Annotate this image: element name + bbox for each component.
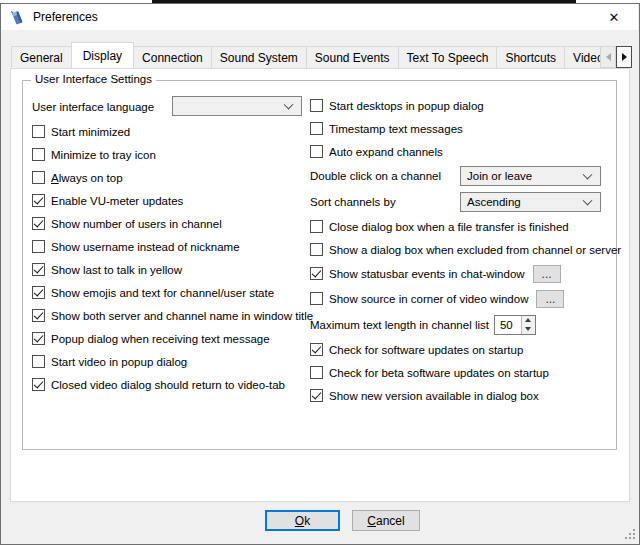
checkbox-closed-video[interactable]	[32, 378, 45, 391]
titlebar[interactable]: Preferences ✕	[1, 4, 638, 30]
row-video-source-corner: Show source in corner of video window ..…	[310, 286, 632, 311]
double-click-value: Join or leave	[467, 170, 532, 182]
video-source-more-button[interactable]: ...	[536, 290, 564, 308]
label-always-on-top[interactable]: Always on top	[51, 172, 123, 184]
row-auto-expand: Auto expand channels	[310, 140, 632, 163]
checkbox-last-to-talk[interactable]	[32, 263, 45, 276]
left-column: User interface language Start minimized …	[32, 94, 308, 396]
checkbox-video-popup[interactable]	[32, 355, 45, 368]
resize-grip[interactable]	[625, 529, 636, 540]
label-emojis[interactable]: Show emojis and text for channel/user st…	[51, 287, 274, 299]
tab-text-to-speech[interactable]: Text To Speech	[398, 46, 498, 68]
max-text-length-label: Maximum text length in channel list	[310, 319, 489, 331]
label-auto-expand[interactable]: Auto expand channels	[329, 146, 443, 158]
close-icon[interactable]: ✕	[592, 4, 636, 30]
chevron-down-icon	[583, 170, 593, 180]
ok-button[interactable]: Ok	[265, 510, 340, 531]
tab-shortcuts[interactable]: Shortcuts	[496, 46, 565, 68]
chevron-down-icon	[583, 196, 593, 206]
checkbox-vu-meter[interactable]	[32, 194, 45, 207]
row-max-text-length: Maximum text length in channel list 50	[310, 311, 632, 338]
checkbox-emojis[interactable]	[32, 286, 45, 299]
label-start-minimized[interactable]: Start minimized	[51, 126, 130, 138]
checkbox-video-source-corner[interactable]	[310, 292, 323, 305]
row-closed-video: Closed video dialog should return to vid…	[32, 373, 308, 396]
checkbox-check-updates[interactable]	[310, 343, 323, 356]
label-new-version-dialog[interactable]: Show new version available in dialog box	[329, 390, 539, 402]
tab-scroll-buttons	[600, 46, 632, 68]
label-video-source-corner[interactable]: Show source in corner of video window	[329, 293, 528, 305]
row-always-on-top: Always on top	[32, 166, 308, 189]
row-close-file-transfer: Close dialog box when a file transfer is…	[310, 215, 632, 238]
row-popup-text-message: Popup dialog when receiving text message	[32, 327, 308, 350]
checkbox-show-user-count[interactable]	[32, 217, 45, 230]
checkbox-excluded-dialog[interactable]	[310, 243, 323, 256]
label-show-user-count[interactable]: Show number of users in channel	[51, 218, 222, 230]
spinner-down-button[interactable]	[522, 325, 535, 334]
label-vu-meter[interactable]: Enable VU-meter updates	[51, 195, 183, 207]
row-minimize-to-tray: Minimize to tray icon	[32, 143, 308, 166]
app-icon	[9, 9, 26, 26]
double-click-label: Double click on a channel	[310, 170, 441, 182]
checkbox-check-beta-updates[interactable]	[310, 366, 323, 379]
row-sort-channels: Sort channels by Ascending	[310, 189, 632, 215]
double-click-select[interactable]: Join or leave	[460, 166, 601, 186]
preferences-dialog-screenshot: Preferences ✕ General Display Connection…	[0, 0, 640, 545]
row-timestamp: Timestamp text messages	[310, 117, 632, 140]
label-last-to-talk[interactable]: Show last to talk in yellow	[51, 264, 182, 276]
label-timestamp[interactable]: Timestamp text messages	[329, 123, 463, 135]
tab-display[interactable]: Display	[71, 42, 134, 68]
label-popup-text-message[interactable]: Popup dialog when receiving text message	[51, 333, 270, 345]
checkbox-statusbar-events[interactable]	[310, 267, 323, 280]
row-vu-meter: Enable VU-meter updates	[32, 189, 308, 212]
checkbox-timestamp[interactable]	[310, 122, 323, 135]
chevron-down-icon	[284, 100, 294, 110]
label-video-popup[interactable]: Start video in popup dialog	[51, 356, 187, 368]
label-check-updates[interactable]: Check for software updates on startup	[329, 344, 523, 356]
tab-general[interactable]: General	[11, 46, 72, 68]
checkbox-window-title[interactable]	[32, 309, 45, 322]
sort-channels-value: Ascending	[467, 196, 521, 208]
row-video-popup: Start video in popup dialog	[32, 350, 308, 373]
chevron-left-icon	[606, 53, 611, 61]
checkbox-new-version-dialog[interactable]	[310, 389, 323, 402]
checkbox-popup-text-message[interactable]	[32, 332, 45, 345]
max-text-length-value[interactable]: 50	[495, 316, 521, 334]
row-window-title: Show both server and channel name in win…	[32, 304, 308, 327]
checkbox-always-on-top[interactable]	[32, 171, 45, 184]
label-closed-video[interactable]: Closed video dialog should return to vid…	[51, 379, 285, 391]
label-window-title[interactable]: Show both server and channel name in win…	[51, 310, 313, 322]
label-excluded-dialog[interactable]: Show a dialog box when excluded from cha…	[329, 244, 621, 256]
row-double-click: Double click on a channel Join or leave	[310, 163, 632, 189]
label-show-username[interactable]: Show username instead of nickname	[51, 241, 240, 253]
grip-dots-icon	[633, 529, 635, 531]
row-statusbar-events: Show statusbar events in chat-window ...	[310, 261, 632, 286]
label-minimize-to-tray[interactable]: Minimize to tray icon	[51, 149, 156, 161]
row-emojis: Show emojis and text for channel/user st…	[32, 281, 308, 304]
arrow-up-icon	[525, 318, 531, 322]
spinner-up-button[interactable]	[522, 316, 535, 325]
tab-connection[interactable]: Connection	[133, 46, 212, 68]
label-check-beta-updates[interactable]: Check for beta software updates on start…	[329, 367, 549, 379]
tab-scroll-right-button[interactable]	[616, 46, 632, 68]
cancel-button[interactable]: Cancel	[352, 510, 420, 531]
group-legend: User Interface Settings	[31, 73, 156, 85]
label-start-desktops[interactable]: Start desktops in popup dialog	[329, 100, 484, 112]
row-start-minimized: Start minimized	[32, 120, 308, 143]
label-close-file-transfer[interactable]: Close dialog box when a file transfer is…	[329, 221, 569, 233]
right-column: Start desktops in popup dialog Timestamp…	[310, 94, 632, 407]
language-label: User interface language	[32, 101, 154, 113]
sort-channels-select[interactable]: Ascending	[460, 192, 601, 212]
checkbox-show-username[interactable]	[32, 240, 45, 253]
checkbox-start-desktops[interactable]	[310, 99, 323, 112]
language-select[interactable]	[172, 96, 302, 116]
checkbox-auto-expand[interactable]	[310, 145, 323, 158]
checkbox-start-minimized[interactable]	[32, 125, 45, 138]
label-statusbar-events[interactable]: Show statusbar events in chat-window	[329, 268, 525, 280]
checkbox-close-file-transfer[interactable]	[310, 220, 323, 233]
tab-sound-events[interactable]: Sound Events	[306, 46, 399, 68]
row-show-username: Show username instead of nickname	[32, 235, 308, 258]
statusbar-events-more-button[interactable]: ...	[533, 265, 561, 283]
checkbox-minimize-to-tray[interactable]	[32, 148, 45, 161]
tab-sound-system[interactable]: Sound System	[211, 46, 307, 68]
